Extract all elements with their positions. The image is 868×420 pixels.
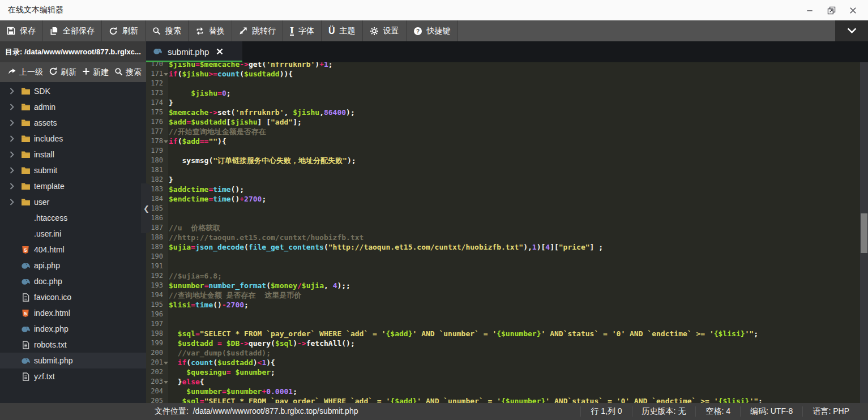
file-location: 文件位置: /data/www/wwwroot/877.b.rglxc.top/… [155, 406, 358, 417]
fold-icon[interactable] [163, 358, 168, 367]
tree-folder[interactable]: assets [0, 115, 146, 131]
code-line[interactable]: 179 [146, 146, 860, 156]
toolbar-button-font[interactable]: I字体 [283, 20, 322, 41]
line-number: 174 [146, 98, 163, 108]
tree-folder[interactable]: template [0, 178, 146, 194]
code-line[interactable]: 203 }else{ [146, 377, 860, 387]
toolbar-button-save[interactable]: 保存 [0, 20, 43, 41]
tree-folder[interactable]: includes [0, 131, 146, 147]
code-line[interactable]: 178if($add==""){ [146, 136, 860, 146]
code-line[interactable]: 197 [146, 319, 860, 329]
tree-folder[interactable]: user [0, 194, 146, 210]
code-line[interactable]: 175$memcache->set('nfrruknrb', $jishu,86… [146, 108, 860, 117]
code-line[interactable]: 193$unumber=number_format($money/$ujia, … [146, 281, 860, 290]
code-line[interactable]: 181 [146, 165, 860, 175]
code-line[interactable]: 191 [146, 262, 860, 271]
code-line[interactable]: 185 [146, 204, 860, 213]
code-line[interactable]: 202 $quesingu= $unumber; [146, 367, 860, 377]
dir-action-new[interactable]: 新建 [82, 67, 109, 78]
code-line[interactable]: 188//http://taoqun.et15.com/cuntxt/huobi… [146, 233, 860, 242]
code-line[interactable]: 195$lisi=time()-2700; [146, 300, 860, 310]
code-line[interactable]: 182} [146, 175, 860, 185]
code-line[interactable]: 198 $sql="SELECT * FROM `pay_order` WHER… [146, 329, 860, 338]
close-button[interactable] [842, 0, 863, 20]
svg-text:5: 5 [24, 247, 27, 252]
tree-file[interactable]: favicon.ico [0, 289, 146, 305]
toolbar-button-replace[interactable]: 替换 [189, 20, 232, 41]
file-file-icon [20, 293, 31, 302]
tree-file[interactable]: doc.php [0, 273, 146, 289]
code-line[interactable]: 194//查询地址金额 是否存在 这里是币价 [146, 290, 860, 300]
tab-submit.php[interactable]: submit.php [146, 41, 242, 62]
editor-scrollbar[interactable] [860, 62, 868, 403]
toolbar-button-search[interactable]: 搜索 [146, 20, 189, 41]
tree-folder[interactable]: install [0, 147, 146, 162]
tree-file[interactable]: robots.txt [0, 337, 146, 353]
tree-folder[interactable]: SDK [0, 83, 146, 99]
code-line[interactable]: 174} [146, 98, 860, 108]
window-controls [799, 0, 863, 20]
tree-file[interactable]: .htaccess [0, 210, 146, 226]
fold-icon[interactable] [163, 377, 168, 387]
tree-file[interactable]: .user.ini [0, 226, 146, 242]
code-line[interactable]: 172 [146, 79, 860, 88]
tree-file[interactable]: yzf.txt [0, 368, 146, 384]
toolbar-button-label: 保存 [20, 26, 36, 36]
toolbar-button-refresh[interactable]: 刷新 [102, 20, 146, 41]
dir-action-up-level[interactable]: 上一级 [8, 67, 43, 78]
app-window: 在线文本编辑器 保存全部保存刷新搜索替换跳转行I字体Ü主题设置?快捷键 目录: … [0, 0, 868, 420]
code-line[interactable]: 196 [146, 310, 860, 319]
toolbar-button-shortcuts[interactable]: ?快捷键 [407, 20, 458, 41]
line-number: 200 [146, 348, 163, 358]
toolbar-button-save-all[interactable]: 全部保存 [43, 20, 102, 41]
code-line[interactable]: 183$addctime=time(); [146, 185, 860, 194]
code-line[interactable]: 184$endctime=time()+2700; [146, 194, 860, 204]
code-line[interactable]: 171if($jishu>=count($usdtadd)){ [146, 69, 860, 79]
code-line[interactable]: 180 sysmsg("订单链接服务中心失败，地址分配失败"); [146, 156, 860, 165]
fold-icon[interactable] [163, 136, 168, 146]
code-line[interactable]: 187//u 价格获取 [146, 223, 860, 233]
tree-file[interactable]: index.php [0, 321, 146, 337]
code-line[interactable]: 201 if(count($usdtadd)<1){ [146, 358, 860, 367]
tree-file[interactable]: api.php [0, 258, 146, 273]
fold-icon[interactable] [163, 69, 168, 79]
toolbar-button-goto-line[interactable]: 跳转行 [232, 20, 283, 41]
toolbar-button-label: 全部保存 [63, 26, 95, 36]
dir-action-search[interactable]: 搜索 [114, 67, 142, 78]
code-line[interactable]: 200 //var_dump($usdtadd); [146, 348, 860, 358]
sidebar-collapse-handle[interactable]: ❮ [141, 183, 152, 233]
fold-gutter [163, 396, 168, 403]
tree-folder[interactable]: submit [0, 162, 146, 178]
code-line[interactable]: 204 $unumber=$unumber+0.0001; [146, 387, 860, 396]
dir-action-refresh[interactable]: 刷新 [49, 67, 76, 78]
code-line[interactable]: 192//$ujia=6.8; [146, 271, 860, 281]
tree-file[interactable]: 5index.html [0, 305, 146, 321]
tree-file[interactable]: submit.php [0, 353, 146, 368]
code-line[interactable]: 177//开始查询地址金额是否存在 [146, 127, 860, 136]
minimize-button[interactable] [799, 0, 820, 20]
line-number: 182 [146, 175, 163, 185]
code-line[interactable]: 186 [146, 213, 860, 223]
toolbar-button-settings[interactable]: 设置 [363, 20, 407, 41]
code-line[interactable]: 199 $usdtadd = $DB->query($sql)->fetchAl… [146, 338, 860, 348]
code-line[interactable]: 170$jishu=$memcache->get('nfrruknrb')+1; [146, 62, 860, 69]
toolbar-button-theme[interactable]: Ü主题 [322, 20, 363, 41]
tree-file[interactable]: 5404.html [0, 242, 146, 258]
tree-folder[interactable]: admin [0, 99, 146, 115]
code-line[interactable]: 189$ujia=json_decode(file_get_contents("… [146, 242, 860, 252]
chevron-right-icon [10, 104, 16, 110]
tab-close-icon[interactable] [216, 48, 223, 57]
code-line[interactable]: 176$add=$usdtadd[$jishu] ["add"]; [146, 117, 860, 127]
toolbar-collapse-button[interactable] [835, 20, 868, 41]
code-line[interactable]: 205 $sql="SELECT * FROM `pay_order` WHER… [146, 396, 860, 403]
font-icon: I [290, 27, 294, 36]
maximize-button[interactable] [820, 0, 842, 20]
code-line[interactable]: 190 [146, 252, 860, 262]
scrollbar-thumb[interactable] [861, 213, 867, 253]
caret-down-icon [847, 26, 857, 36]
code-editor[interactable]: 170$jishu=$memcache->get('nfrruknrb')+1;… [146, 62, 868, 403]
new-icon [82, 67, 90, 77]
fold-gutter [163, 310, 168, 319]
fold-gutter [163, 79, 168, 88]
code-line[interactable]: 173 $jishu=0; [146, 88, 860, 98]
